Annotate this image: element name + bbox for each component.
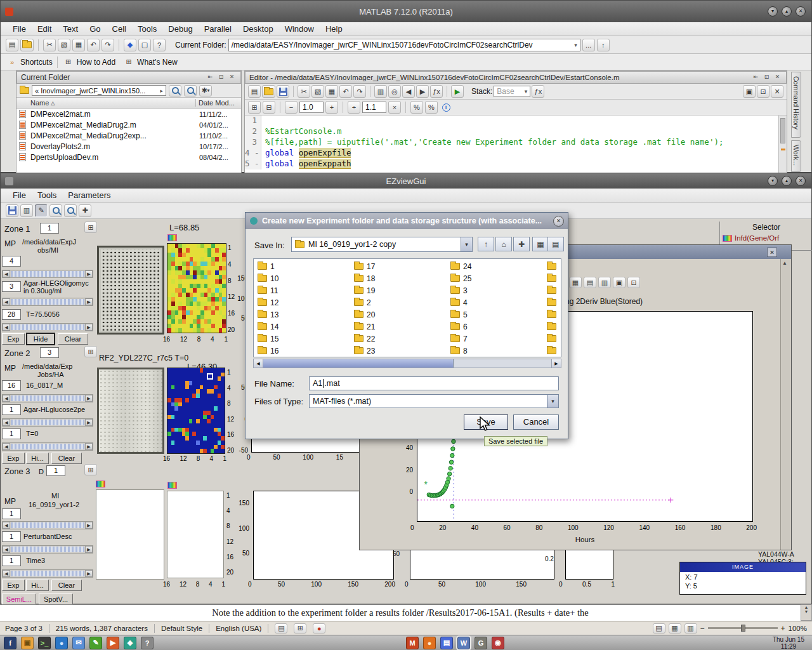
folder-item[interactable] (543, 308, 561, 321)
zone3-slider-3[interactable]: ◀▶ (2, 569, 93, 578)
slider-right-icon[interactable]: ▶ (85, 546, 93, 553)
cancel-button[interactable]: Cancel (513, 415, 559, 430)
colorbar-icon[interactable] (167, 234, 177, 241)
save-in-caret-icon[interactable]: ▾ (461, 237, 472, 251)
slider-right-icon[interactable]: ▶ (85, 570, 93, 577)
editor-open-icon[interactable] (262, 85, 275, 98)
folder-item[interactable] (543, 260, 561, 272)
language-selector[interactable]: English (USA) (216, 625, 261, 632)
taskbar-gimp-icon[interactable]: G (475, 637, 487, 649)
taskbar-screenshot-icon[interactable]: ◉ (492, 637, 504, 649)
editor-new-icon[interactable]: ▤ (248, 85, 261, 98)
zone2-exp-button[interactable]: Exp (2, 453, 25, 464)
zone2-slider-2[interactable]: ◀▶ (2, 418, 93, 427)
slider-right-icon[interactable]: ▶ (85, 522, 93, 529)
folder-item[interactable]: 19 (350, 284, 447, 296)
scroll-right-icon[interactable]: ▶ (551, 359, 561, 368)
slider-left-icon[interactable]: ◀ (3, 298, 10, 305)
ez-pan-icon[interactable]: ✚ (79, 204, 91, 217)
zone2-slider-1[interactable]: ◀▶ (2, 394, 93, 402)
close-panel-icon[interactable]: ✕ (227, 73, 237, 82)
slider-right-icon[interactable]: ▶ (85, 419, 93, 426)
ez-save-icon[interactable] (6, 204, 18, 217)
taskbar-browser-icon[interactable]: ● (55, 637, 68, 649)
help-icon[interactable]: ? (153, 39, 166, 51)
semilog-button[interactable]: SemiL... (2, 594, 36, 605)
zone3-slider-1[interactable]: ◀▶ (2, 521, 93, 529)
taskbar-terminal-icon[interactable]: >_ (38, 637, 51, 649)
folder-item[interactable]: 14 (254, 321, 350, 333)
zoom-slider[interactable] (708, 627, 778, 629)
zone1-spinner[interactable]: 1 (40, 223, 59, 234)
zone1-field-3[interactable]: 28 (2, 309, 21, 320)
code-area[interactable]: 12%EstartConsole.m3%[file,path] = uiputf… (245, 116, 787, 173)
actions-gear-icon[interactable]: ✱▾ (199, 85, 212, 96)
editor-copy-icon[interactable]: ▧ (311, 85, 324, 98)
spotview-button[interactable]: SpotV... (39, 594, 73, 605)
zone1-plate-image[interactable] (97, 246, 164, 335)
page-indicator[interactable]: Page 3 of 3 (5, 625, 43, 632)
zone3-clear-button[interactable]: Clear (51, 580, 82, 591)
tab-workspace[interactable]: Work... (791, 140, 801, 172)
slider-track[interactable] (11, 420, 84, 425)
file-row[interactable]: DMPexcel2mat_MediaDrug2.m04/01/2... (16, 119, 241, 130)
code-line[interactable]: 4 -global openExpfile (245, 148, 787, 159)
editor-scrollbar-thumb[interactable] (780, 118, 785, 143)
results-scrollbar[interactable]: ▲ (780, 259, 791, 550)
writer-scrollbar[interactable]: ▲ ▼ (801, 604, 812, 621)
zone2-field-1[interactable]: 16 (2, 380, 21, 391)
editor-dock-icon[interactable]: ⇤ (751, 73, 761, 82)
ezview-titlebar[interactable]: EZviewGui ▾ ▴ ✕ (1, 173, 811, 189)
simulink-icon[interactable]: ◆ (124, 39, 136, 51)
slider-track[interactable] (11, 522, 84, 528)
insert-mode-icon[interactable]: ▤ (275, 623, 287, 633)
folder-item[interactable]: 3 (447, 284, 543, 296)
slider-track[interactable] (11, 271, 84, 277)
dialog-titlebar[interactable]: Create new Experiment folder and data st… (246, 213, 568, 229)
editor-print-icon[interactable]: ▥ (374, 85, 387, 98)
code-line[interactable]: 2%EstartConsole.m (245, 126, 787, 137)
zone3-image-right[interactable] (167, 491, 224, 578)
menu-debug[interactable]: Debug (162, 22, 198, 36)
doc-scroll-up-icon[interactable]: ▲ (801, 605, 811, 609)
refine-search-icon[interactable] (184, 85, 197, 96)
cut-icon[interactable]: ✂ (43, 39, 56, 51)
scroll-left-icon[interactable]: ◀ (254, 359, 263, 368)
folder-item[interactable] (543, 284, 561, 296)
file-row[interactable]: DpertsUploadDev.m08/04/2... (16, 152, 241, 162)
slider-track[interactable] (11, 324, 84, 330)
shortcuts-label[interactable]: Shortcuts (20, 58, 53, 67)
folder-item[interactable]: 8 (447, 345, 543, 357)
cf-breadcrumb[interactable]: « InovImager_jwrCF_WINLinx150... ▸ (32, 85, 166, 96)
results-layout-icon[interactable]: ▣ (613, 277, 625, 288)
zone2-plate-image[interactable] (97, 368, 164, 454)
view-grid-icon[interactable]: ▦ (532, 237, 549, 251)
editor-back-icon[interactable]: ◀ (402, 85, 415, 98)
editor-header[interactable]: Editor - /media/data/EASY/InovImager_jwr… (245, 71, 787, 84)
taskbar-matlab-icon[interactable]: M (406, 637, 419, 649)
slider-right-icon[interactable]: ▶ (85, 443, 93, 450)
matlab-titlebar[interactable]: MATLAB 7.12.0 (R2011a) ▾ ▴ ✕ (1, 1, 811, 22)
zone1-heatmap[interactable] (167, 243, 226, 333)
folder-item[interactable]: 6 (447, 321, 543, 333)
divide-icon[interactable]: ÷ (348, 101, 360, 114)
taskbar-files-icon[interactable]: ▣ (21, 637, 34, 649)
folder-item[interactable]: 23 (350, 345, 447, 357)
slider-track[interactable] (11, 571, 84, 576)
editor-close-icon[interactable]: ✕ (773, 73, 782, 82)
file-name-input[interactable]: A1 .mat (309, 376, 559, 390)
editor-redo-icon[interactable]: ↷ (353, 85, 366, 98)
taskbar-fedora-menu-icon[interactable]: f (4, 637, 16, 649)
percent-1-icon[interactable]: % (410, 101, 423, 114)
folder-item[interactable]: 25 (447, 272, 543, 284)
doc-scroll-down-icon[interactable]: ▼ (801, 609, 811, 614)
view-book-icon[interactable]: ▥ (684, 623, 697, 633)
zone3-slider-2[interactable]: ◀▶ (2, 545, 93, 554)
folder-item[interactable] (543, 296, 561, 308)
slider-right-icon[interactable]: ▶ (85, 324, 93, 331)
slider-left-icon[interactable]: ◀ (3, 443, 10, 450)
file-row[interactable]: DMPexcel2mat_MediaDrug2exp...11/10/2... (16, 130, 241, 141)
zone1-slider-1[interactable]: ◀▶ (2, 270, 93, 278)
slider-right-icon[interactable]: ▶ (85, 270, 93, 277)
zone2-hide-button[interactable]: Hi... (26, 453, 49, 464)
